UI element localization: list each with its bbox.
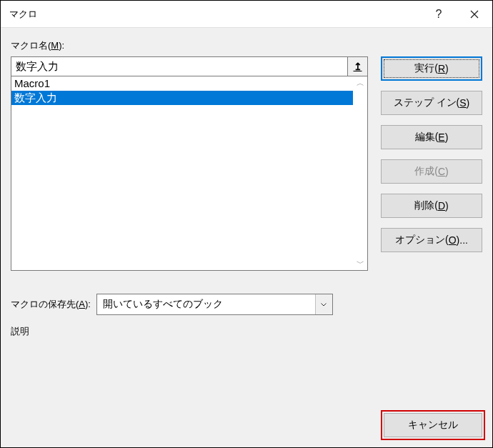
window-title: マクロ [1,8,37,21]
macro-listbox[interactable]: Macro1数字入力 [11,76,353,270]
titlebar: マクロ ? [1,1,492,28]
storage-select-dropdown-button[interactable] [315,294,332,314]
macro-name-row: ↥ [11,56,368,76]
storage-select-value: 開いているすべてのブック [97,298,315,311]
description-label: 説明 [11,325,482,338]
macro-dialog: マクロ ? マクロ名(M): ↥ Macro1数字入力 [0,0,493,448]
run-button[interactable]: 実行(R) [381,56,482,81]
close-icon [470,10,479,19]
list-item[interactable]: 数字入力 [11,91,353,105]
macro-name-label: マクロ名(M): [11,39,482,52]
scroll-down-icon: ﹀ [357,259,364,267]
storage-select[interactable]: 開いているすべてのブック [96,294,333,315]
button-column: 実行(R) ステップ イン(S) 編集(E) 作成(C) 削除(D) オプション… [381,56,482,271]
options-button[interactable]: オプション(O)... [381,228,482,252]
footer: キャンセル [384,413,482,437]
listbox-scrollbar[interactable]: ︿ ﹀ [353,76,367,270]
storage-row: マクロの保存先(A): 開いているすべてのブック [11,294,482,315]
left-column: ↥ Macro1数字入力 ︿ ﹀ [11,56,368,271]
dialog-body: マクロ名(M): ↥ Macro1数字入力 ︿ ﹀ [1,28,492,447]
delete-button[interactable]: 削除(D) [381,194,482,218]
up-arrow-icon: ↥ [354,61,362,71]
macro-name-go-button[interactable]: ↥ [348,56,368,76]
step-in-button[interactable]: ステップ イン(S) [381,91,482,115]
close-button[interactable] [457,1,492,28]
main-row: ↥ Macro1数字入力 ︿ ﹀ 実行(R) ステップ イン(S) [11,56,482,271]
scroll-up-icon: ︿ [357,79,364,87]
cancel-button[interactable]: キャンセル [384,413,482,437]
macro-listbox-wrap: Macro1数字入力 ︿ ﹀ [11,76,368,271]
edit-button[interactable]: 編集(E) [381,125,482,149]
create-button: 作成(C) [381,159,482,184]
macro-name-input[interactable] [11,56,348,76]
chevron-down-icon [321,303,327,307]
help-button[interactable]: ? [421,1,457,28]
list-item[interactable]: Macro1 [11,76,353,91]
storage-label: マクロの保存先(A): [11,298,91,311]
